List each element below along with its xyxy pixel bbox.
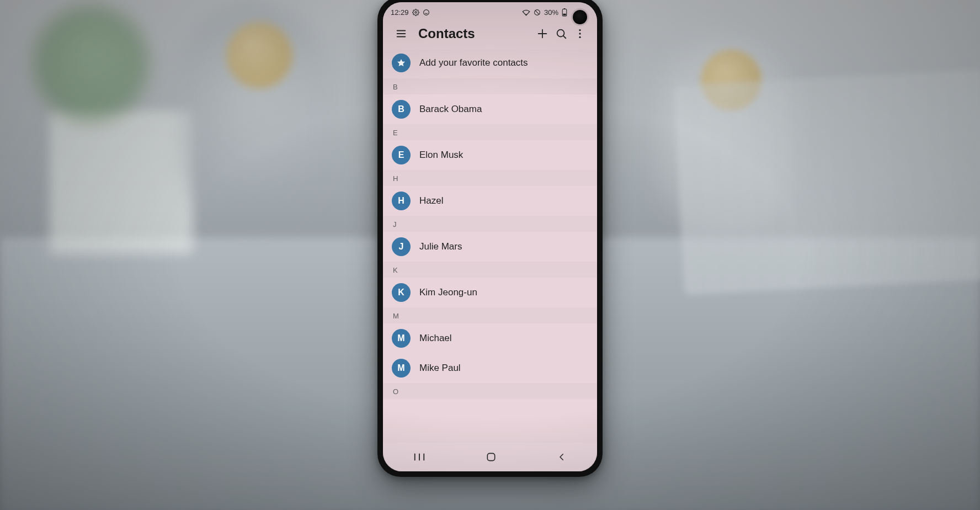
section-header: M [383, 307, 597, 323]
add-favorite-label: Add your favorite contacts [419, 57, 528, 68]
section-header: O [383, 383, 597, 399]
contact-row[interactable]: MMike Paul [383, 353, 597, 383]
contact-row[interactable]: KKim Jeong-un [383, 278, 597, 307]
section-header: B [383, 78, 597, 94]
svg-point-16 [579, 36, 580, 38]
contact-avatar: H [392, 192, 411, 210]
add-contact-button[interactable] [533, 24, 552, 43]
svg-point-15 [579, 33, 580, 34]
punch-hole-camera [573, 10, 587, 24]
contact-row[interactable]: JJulie Mars [383, 232, 597, 262]
background-keyboard [673, 70, 980, 295]
search-button[interactable] [552, 24, 571, 43]
section-header: K [383, 262, 597, 278]
svg-point-2 [525, 14, 526, 15]
navigation-bar [383, 443, 597, 471]
settings-gear-icon [412, 9, 419, 16]
contact-name: Michael [419, 333, 452, 344]
nav-back-button[interactable] [557, 452, 567, 462]
star-icon [392, 54, 411, 72]
contact-name: Barack Obama [419, 104, 482, 115]
section-header: J [383, 216, 597, 232]
contact-row[interactable]: HHazel [383, 186, 597, 216]
status-time: 12:29 [391, 8, 409, 17]
status-bar: 12:29 30% [383, 2, 597, 22]
svg-point-14 [579, 29, 580, 31]
svg-rect-20 [487, 453, 494, 460]
status-notify-icon [423, 9, 430, 16]
more-options-button[interactable] [571, 24, 589, 43]
svg-line-13 [563, 36, 566, 38]
contact-avatar: M [392, 329, 411, 348]
app-header: Contacts [383, 22, 597, 50]
contact-avatar: M [392, 359, 411, 378]
wifi-icon [522, 9, 530, 16]
nav-home-button[interactable] [486, 451, 497, 463]
phone-frame: 12:29 30% [377, 0, 603, 477]
contact-row[interactable]: BBarack Obama [383, 94, 597, 124]
contact-name: Mike Paul [419, 363, 461, 374]
background-glass-cube [50, 110, 193, 254]
contacts-list[interactable]: Add your favorite contacts BBBarack Obam… [383, 50, 597, 399]
battery-icon [562, 8, 567, 17]
nav-recents-button[interactable] [413, 452, 425, 462]
contact-name: Kim Jeong-un [419, 287, 477, 298]
background-astronaut-helmet-left [226, 22, 292, 88]
menu-button[interactable] [392, 24, 411, 43]
svg-point-1 [423, 9, 429, 15]
svg-rect-6 [563, 13, 566, 15]
contact-avatar: K [392, 283, 411, 302]
contact-name: Hazel [419, 195, 443, 206]
contact-name: Julie Mars [419, 241, 462, 252]
do-not-disturb-icon [534, 9, 541, 16]
section-header: E [383, 124, 597, 140]
svg-point-0 [414, 11, 416, 13]
contact-avatar: E [392, 146, 411, 164]
app-title: Contacts [418, 26, 533, 41]
contact-row[interactable]: EElon Musk [383, 140, 597, 170]
contact-name: Elon Musk [419, 150, 463, 161]
contact-avatar: J [392, 237, 411, 256]
contact-avatar: B [392, 100, 411, 119]
phone-screen: 12:29 30% [383, 2, 597, 471]
section-header: H [383, 170, 597, 186]
background-cactus [33, 6, 149, 121]
add-favorite-row[interactable]: Add your favorite contacts [383, 50, 597, 78]
contact-row[interactable]: MMichael [383, 323, 597, 353]
battery-percent: 30% [544, 8, 558, 17]
